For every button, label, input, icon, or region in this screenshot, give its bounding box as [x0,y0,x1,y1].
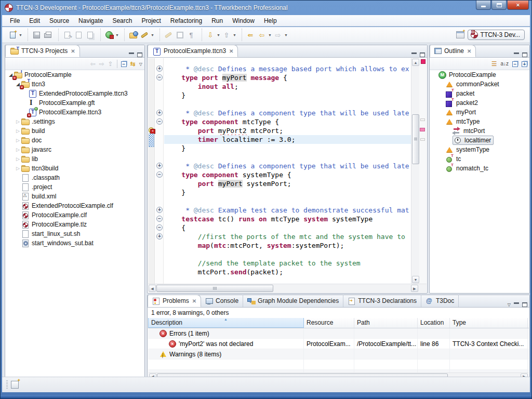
maximize-problems-button[interactable] [522,302,527,307]
code-line[interactable]: mtcPort.send(packet); [165,268,411,276]
tab-t3doc[interactable]: T3Doc [421,295,459,307]
search-button[interactable] [139,29,150,41]
open-perspective-icon[interactable] [456,31,464,38]
tab-outline[interactable]: Outline ✕ [430,45,476,57]
run-button[interactable] [103,29,115,41]
menu-source[interactable]: Source [45,16,74,26]
expander-collapsed-icon[interactable]: ▷ [15,119,21,124]
tree-item-mtctype[interactable]: mtcType [430,117,529,126]
collapse-all-button[interactable]: − [121,61,127,67]
tree-item-protocolexample-clf[interactable]: ProtocolExample.clf [6,210,144,220]
forward-button[interactable]: ⇨ [272,29,284,41]
code-line[interactable]: timer localtimer := 3.0; [165,135,411,144]
link-with-editor-button[interactable]: ⇆ [130,61,136,67]
code-line[interactable]: * @desc Defines a message based port whi… [165,64,411,73]
tree-item-localtimer[interactable]: localtimer [430,136,529,145]
prev-annotation-dropdown[interactable]: ▼ [232,29,237,41]
code-area[interactable]: * @desc Defines a message based port whi… [164,58,411,284]
code-line[interactable]: type component mtcType { [165,117,411,126]
close-tab-icon[interactable]: ✕ [192,298,196,304]
minimize-view-button[interactable] [129,52,134,57]
editor-horizontal-scrollbar[interactable]: ◀ ▶ [148,284,427,292]
tree-item-settings[interactable]: ▷.settings [6,117,144,126]
minimize-outline-button[interactable] [514,52,519,57]
tree-item-packet[interactable]: packet [430,89,529,98]
problem-row[interactable]: Errors (1 item) [148,328,529,339]
fold-expand-icon[interactable]: + [156,207,163,213]
code-line[interactable]: * @desc Example test case to demonstrate… [165,206,411,215]
fold-collapse-icon[interactable]: − [156,216,163,222]
expander-collapsed-icon[interactable]: ▷ [15,156,21,162]
fold-expand-icon[interactable]: + [156,65,163,72]
tab-problems[interactable]: Problems✕ [148,295,201,307]
column-header-type[interactable]: Type [450,318,528,328]
view-menu-button[interactable]: ▽ [139,62,142,66]
build-doc-button[interactable]: ↷ [61,29,73,41]
next-annotation-button[interactable]: ⇩ [205,29,216,41]
close-editor-icon[interactable]: ✕ [229,48,233,54]
overview-marker[interactable] [420,138,425,141]
tree-item-extendedprotocolexample-clf[interactable]: ExtendedProtocolExample.clf [6,201,144,210]
expander-collapsed-icon[interactable]: ▷ [15,138,21,143]
expander-collapsed-icon[interactable]: ▷ [15,128,21,134]
back-button[interactable]: ⇦ [256,29,268,41]
back-history-button[interactable]: ⇦ [90,61,96,67]
search-dropdown[interactable]: ▼ [150,29,155,41]
pilcrow-button[interactable]: ¶ [185,29,197,41]
code-line[interactable]: type port myPort message { [165,73,411,82]
expander-collapsed-icon[interactable]: ▷ [15,166,21,171]
code-line[interactable]: //send the template packet to the system [165,259,411,268]
fold-expand-icon[interactable]: + [156,110,163,116]
editor-content[interactable]: +−+−+−+−−+ * @desc Defines a message bas… [148,58,427,284]
tree-item-commonpacket[interactable]: commonPacket [430,79,529,89]
menu-window[interactable]: Window [228,16,259,26]
menu-refactoring[interactable]: Refactoring [166,16,207,26]
tab-ttcn3-projects[interactable]: TTCN-3 Projects ✕ [5,45,80,57]
tree-item-javasrc[interactable]: ▷javasrc [6,145,144,154]
tree-item-doc[interactable]: ▷doc [6,136,144,145]
tab-console[interactable]: Console [201,295,243,307]
perspective-button[interactable]: TTCN-3 Dev... [468,30,525,40]
tree-item-project[interactable]: .project [6,182,144,192]
fast-view-button[interactable] [11,381,19,389]
code-line[interactable] [165,197,411,206]
editor-vertical-scrollbar[interactable]: ▲ ▼ [411,58,419,284]
format-button[interactable] [163,29,174,41]
maximize-editor-button[interactable] [420,52,425,57]
tree-item-start-linux-sut-sh[interactable]: start_linux_sut.sh [6,229,144,238]
tab-editor-protocolexample[interactable]: ProtocolExample.ttcn3 ✕ [148,45,238,57]
tree-item-ttcn3[interactable]: ◢ttcn3 [6,79,144,89]
new-wizard-button[interactable]: ✦ [7,29,18,41]
code-line[interactable]: port myPort2 mtcPort; [165,126,411,135]
run-dropdown[interactable]: ▼ [115,29,119,41]
column-header-resource[interactable]: Resource [304,318,354,328]
show-categories-button[interactable]: ☰ [491,61,497,67]
menu-help[interactable]: Help [259,16,282,26]
problem-row[interactable]: 'myPort2' was not declaredProtocolExam..… [148,339,529,349]
scroll-down-icon[interactable]: ▼ [412,276,419,283]
tree-item-build[interactable]: ▷build [6,126,144,136]
fold-collapse-icon[interactable]: − [156,171,163,178]
back-dropdown[interactable]: ▼ [268,29,272,41]
tree-item-protocolexample-tlz[interactable]: ProtocolExample.tlz [6,220,144,229]
tree-item-protocolexample-gft[interactable]: ProtocolExample.gft [6,98,144,108]
code-line[interactable]: } [165,91,411,100]
menu-navigate[interactable]: Navigate [74,16,108,26]
forward-history-button[interactable]: ⇨ [99,61,104,67]
tree-item-lib[interactable]: ▷lib [6,154,144,164]
code-line[interactable]: //first the ports of the mtc and the sys… [165,232,411,241]
forward-dropdown[interactable]: ▼ [284,29,288,41]
menu-search[interactable]: Search [108,16,137,26]
overview-marker[interactable] [420,118,425,121]
fold-expand-icon[interactable]: + [156,233,163,240]
column-header-description[interactable]: Description▲ [148,318,304,328]
fold-expand-icon[interactable]: + [156,163,163,169]
tree-item-extendedprotocolexample-ttcn3[interactable]: ExtendedProtocolExample.ttcn3 [6,89,144,98]
tree-item-myport[interactable]: myPort [430,108,529,117]
code-line[interactable]: map(mtc:mtcPort, system:systemPort); [165,241,411,250]
tree-item-tc[interactable]: tc [430,154,529,164]
code-line[interactable]: testcase tc() runs on mtcType system sys… [165,215,411,223]
code-line[interactable] [165,100,411,109]
overview-error-marker[interactable] [420,128,425,131]
up-button[interactable]: ⇪ [108,61,113,67]
